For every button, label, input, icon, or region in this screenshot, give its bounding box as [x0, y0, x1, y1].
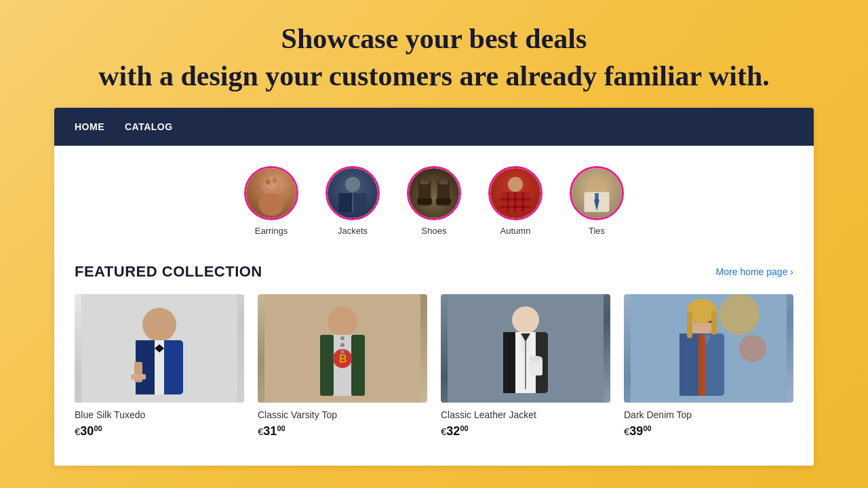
svg-rect-40	[351, 335, 365, 396]
svg-rect-67	[698, 335, 705, 396]
svg-rect-26	[595, 193, 599, 198]
svg-point-53	[529, 356, 542, 361]
product-card-3[interactable]: Classic Leather Jacket €3200	[441, 294, 610, 439]
hero-line2: with a design your customers are already…	[98, 60, 770, 92]
svg-point-23	[589, 177, 604, 192]
svg-point-57	[719, 294, 760, 335]
navigation: HOME CATALOG	[54, 108, 814, 146]
products-grid: Blue Silk Tuxedo €3000	[75, 294, 793, 439]
earrings-image	[246, 166, 296, 220]
svg-point-58	[739, 335, 766, 362]
product-card-4[interactable]: Dark Denim Top €3900	[624, 294, 793, 439]
product-image-4	[624, 294, 793, 403]
product-price-4: €3900	[624, 424, 793, 439]
price-sup-1: 00	[94, 424, 102, 432]
ties-image	[572, 166, 622, 220]
category-label-shoes: Shoes	[422, 226, 447, 236]
featured-header: FEATURED COLLECTION More home page ›	[75, 263, 793, 281]
category-shoes[interactable]: Shoes	[407, 166, 461, 236]
svg-rect-8	[353, 193, 366, 212]
svg-point-28	[142, 308, 176, 342]
product-image-1	[75, 294, 244, 403]
category-label-jackets: Jackets	[338, 226, 368, 236]
jackets-image	[328, 166, 378, 220]
svg-point-43	[340, 336, 344, 340]
product-img-denim	[631, 294, 787, 403]
svg-rect-70	[711, 311, 717, 335]
price-sup-2: 00	[277, 424, 285, 432]
product-img-varsity: B	[264, 294, 420, 403]
more-link[interactable]: More home page ›	[716, 266, 793, 277]
svg-rect-14	[420, 181, 429, 185]
category-circle-earrings	[244, 166, 298, 220]
product-name-3: Classic Leather Jacket	[441, 409, 610, 420]
category-circle-shoes	[407, 166, 461, 220]
svg-rect-7	[339, 193, 353, 212]
product-image-2: B	[258, 294, 427, 403]
svg-rect-39	[320, 335, 334, 396]
product-card-2[interactable]: B Classic Varsity Top €3100	[258, 294, 427, 439]
shoes-image	[409, 166, 459, 220]
svg-rect-69	[687, 311, 692, 338]
product-name-4: Dark Denim Top	[624, 409, 793, 420]
svg-point-37	[328, 306, 357, 336]
product-img-tuxedo	[81, 294, 237, 403]
product-card-1[interactable]: Blue Silk Tuxedo €3000	[75, 294, 244, 439]
svg-rect-13	[436, 199, 451, 205]
price-whole-3: 32	[446, 424, 460, 438]
store-container: HOME CATALOG Earrings	[54, 108, 814, 466]
svg-rect-15	[439, 181, 448, 185]
category-circle-ties	[570, 166, 624, 220]
product-image-3	[441, 294, 610, 403]
nav-catalog[interactable]: CATALOG	[125, 109, 173, 144]
product-name-2: Classic Varsity Top	[258, 409, 427, 420]
category-label-earrings: Earrings	[255, 226, 288, 236]
price-sup-3: 00	[460, 424, 468, 432]
hero-section: Showcase your best deals with a design y…	[71, 0, 797, 108]
nav-home[interactable]: HOME	[75, 109, 104, 144]
autumn-image	[490, 166, 540, 220]
svg-point-16	[508, 177, 523, 192]
svg-point-5	[345, 177, 360, 192]
product-price-2: €3100	[258, 424, 427, 439]
price-whole-2: 31	[263, 424, 277, 438]
svg-point-45	[340, 350, 344, 354]
svg-point-4	[273, 178, 277, 183]
category-ties[interactable]: Ties	[570, 166, 624, 236]
svg-rect-34	[131, 374, 146, 380]
category-label-ties: Ties	[589, 226, 605, 236]
categories-section: Earrings Jackets	[54, 146, 814, 243]
category-label-autumn: Autumn	[500, 226, 531, 236]
svg-point-47	[512, 306, 539, 333]
product-name-1: Blue Silk Tuxedo	[75, 409, 244, 420]
svg-point-44	[340, 343, 344, 347]
price-whole-4: 39	[629, 424, 643, 438]
product-price-1: €3000	[75, 424, 244, 439]
category-earrings[interactable]: Earrings	[244, 166, 298, 236]
svg-point-1	[259, 193, 284, 216]
category-autumn[interactable]: Autumn	[488, 166, 542, 236]
product-img-leather	[448, 294, 604, 403]
category-circle-autumn	[488, 166, 542, 220]
hero-line1: Showcase your best deals	[281, 23, 587, 54]
product-price-3: €3200	[441, 424, 610, 439]
price-whole-1: 30	[80, 424, 94, 438]
featured-title: FEATURED COLLECTION	[75, 263, 262, 281]
svg-point-3	[266, 179, 271, 185]
category-circle-jackets	[326, 166, 380, 220]
svg-rect-12	[417, 199, 432, 205]
price-sup-4: 00	[643, 424, 651, 432]
category-jackets[interactable]: Jackets	[326, 166, 380, 236]
featured-section: FEATURED COLLECTION More home page ›	[54, 243, 814, 466]
svg-text:B: B	[339, 353, 347, 365]
